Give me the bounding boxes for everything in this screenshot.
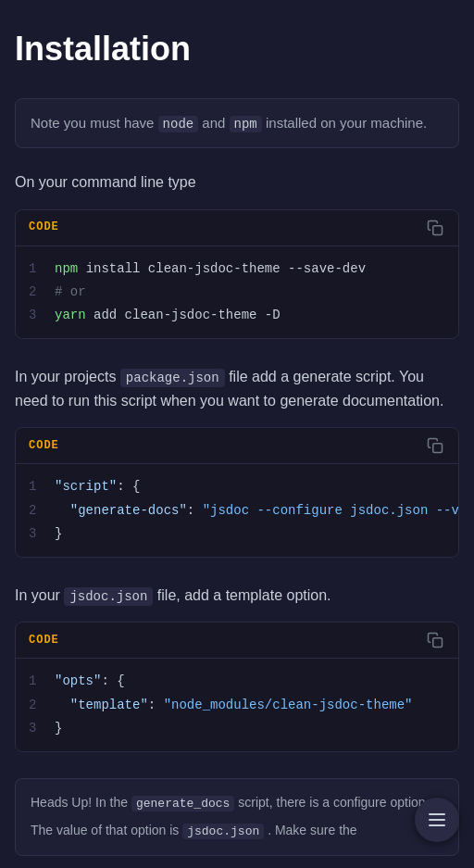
menu-fab-button[interactable] [415, 798, 459, 842]
code-block-2: CODE 1 "script": { 2 "generate-docs": "j… [15, 427, 459, 558]
copy-button-2[interactable] [425, 435, 445, 456]
section1-text: On your command line type [15, 170, 459, 195]
code-line: 1 npm install clean-jsdoc-theme --save-d… [29, 258, 445, 281]
code-line: 3 } [29, 717, 445, 740]
svg-rect-1 [433, 444, 443, 453]
code-body-3: 1 "opts": { 2 "template": "node_modules/… [16, 659, 458, 751]
code-header-1: CODE [16, 210, 458, 246]
section2-text: In your projects package.json file add a… [15, 365, 459, 412]
menu-icon-line1 [429, 813, 445, 815]
heads-up-box: Heads Up! In the generate_docs script, t… [15, 778, 459, 856]
code-block-1: CODE 1 npm install clean-jsdoc-theme --s… [15, 209, 459, 340]
page-title: Installation [15, 22, 459, 76]
code-line: 2 # or [29, 281, 445, 304]
note-text-before: Note you must have [31, 115, 154, 131]
code-block-3: CODE 1 "opts": { 2 "template": "node_mod… [15, 622, 459, 752]
note-code-npm: npm [230, 116, 262, 132]
code-body-2: 1 "script": { 2 "generate-docs": "jsdoc … [16, 464, 458, 557]
code-header-2: CODE [16, 428, 458, 464]
copy-icon-3 [427, 632, 443, 648]
code-label-3: CODE [29, 632, 59, 649]
code-line: 2 "generate-docs": "jsdoc --configure js… [29, 499, 445, 522]
heads-up-code-2: jsdoc.json [182, 824, 264, 839]
code-line: 3 } [29, 522, 445, 546]
copy-button-3[interactable] [425, 630, 445, 650]
code-line: 3 yarn add clean-jsdoc-theme -D [29, 304, 445, 327]
code-line: 1 "script": { [29, 475, 445, 498]
heads-up-text-2: The value of that option is jsdoc.json .… [31, 820, 443, 842]
heads-up-text-1: Heads Up! In the generate_docs script, t… [31, 792, 443, 814]
code-label-2: CODE [29, 437, 59, 455]
note-code-node: node [158, 116, 199, 132]
svg-rect-2 [433, 638, 443, 648]
svg-rect-0 [433, 225, 443, 234]
code-line: 2 "template": "node_modules/clean-jsdoc-… [29, 694, 445, 717]
note-box: Note you must have node and npm installe… [15, 98, 459, 148]
copy-icon-2 [427, 437, 443, 454]
code-line: 1 "opts": { [29, 670, 445, 693]
menu-icon-line2 [429, 819, 445, 821]
code-body-1: 1 npm install clean-jsdoc-theme --save-d… [16, 246, 458, 339]
section3-text: In your jsdoc.json file, add a template … [15, 584, 459, 608]
section3-code: jsdoc.json [64, 587, 153, 606]
section2-code: package.json [120, 369, 225, 387]
code-label-1: CODE [29, 219, 59, 236]
copy-icon-1 [427, 220, 443, 236]
code-header-3: CODE [16, 623, 458, 659]
copy-button-1[interactable] [425, 218, 445, 238]
note-and-text: and [202, 115, 225, 131]
heads-up-code-1: generate_docs [131, 796, 234, 811]
menu-icon-line3 [429, 824, 445, 826]
